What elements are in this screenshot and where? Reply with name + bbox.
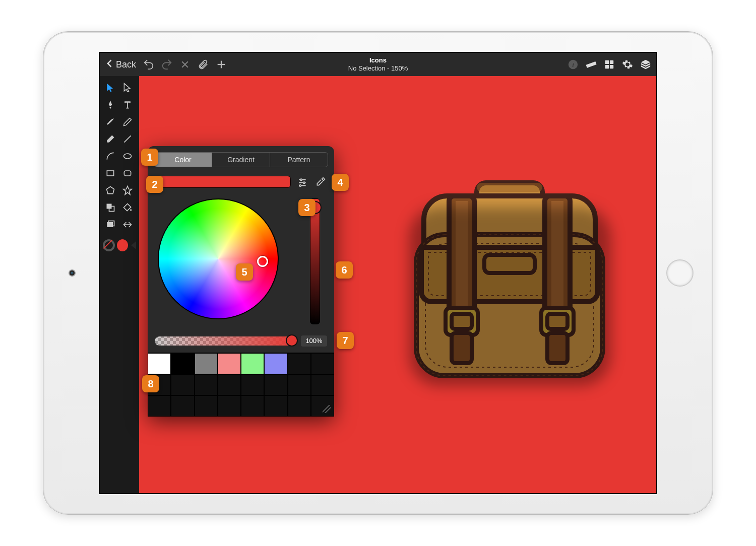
swatch[interactable] [195,353,218,374]
swatch-empty[interactable] [288,353,311,374]
swatch[interactable] [241,353,264,374]
boolean-tool[interactable] [103,200,118,215]
undo-button[interactable] [143,59,154,70]
swatch-empty[interactable] [218,374,241,395]
swatch-empty[interactable] [264,374,287,395]
fill-mode-segmented: Color Gradient Pattern [154,152,328,167]
svg-point-44 [299,185,301,186]
svg-marker-33 [123,186,132,195]
callout-6: 6 [336,261,353,279]
swatch-empty[interactable] [288,395,311,417]
text-tool[interactable] [120,97,135,112]
brush-tool[interactable] [103,114,118,129]
swatch-empty[interactable] [288,374,311,395]
callout-1: 1 [141,149,158,166]
fill-indicator-icon [117,239,128,251]
app-topbar: Back Icons No Se [100,53,656,76]
swatch[interactable] [171,353,194,374]
resize-handle-icon[interactable] [311,395,334,417]
callout-7: 7 [337,332,354,349]
svg-rect-31 [124,171,131,176]
info-button[interactable]: i [568,59,579,70]
swatch-empty[interactable] [311,353,334,374]
grid-button[interactable] [604,59,615,70]
layers-button[interactable] [640,59,651,70]
artboard-tool[interactable] [103,217,118,232]
color-wheel-cursor[interactable] [257,256,268,267]
color-popover: Color Gradient Pattern [148,146,334,417]
tab-color[interactable]: Color [154,153,212,167]
swatch-empty[interactable] [264,395,287,417]
ellipse-tool[interactable] [120,149,135,164]
svg-line-28 [124,135,131,142]
swatch-empty[interactable] [241,374,264,395]
fill-stroke-indicator[interactable] [103,239,136,251]
swatch[interactable] [264,353,287,374]
knife-tool[interactable] [120,217,135,232]
swatches-grid [148,353,334,417]
callout-3: 3 [298,199,316,216]
arc-tool[interactable] [103,149,118,164]
svg-rect-12 [477,183,542,192]
settings-button[interactable] [622,59,633,70]
redo-button[interactable] [161,59,172,70]
opacity-slider[interactable] [155,336,296,346]
callout-4: 4 [332,174,349,191]
swatch-empty[interactable] [195,374,218,395]
brightness-slider[interactable] [310,198,320,324]
artwork-bag [401,172,618,388]
swatch-empty[interactable] [171,374,194,395]
svg-rect-10 [610,65,613,69]
selection-tool[interactable] [103,80,118,95]
sliders-button[interactable] [296,175,309,188]
back-button[interactable]: Back [105,58,136,71]
tab-gradient[interactable]: Gradient [212,153,270,167]
pen-tool[interactable] [103,97,118,112]
document-subtitle: No Selection - 150% [348,64,408,73]
color-wheel[interactable] [158,198,279,319]
polygon-tool[interactable] [103,183,118,198]
close-button[interactable] [179,59,191,70]
app-screen: Back Icons No Se [99,52,657,494]
ipad-camera [69,269,76,277]
stroke-indicator-icon [103,239,115,251]
swatch-empty[interactable] [195,395,218,417]
svg-rect-9 [605,65,609,69]
direct-selection-tool[interactable] [120,80,135,95]
tab-pattern[interactable]: Pattern [270,153,328,167]
eraser-tool[interactable] [103,131,118,147]
eyedropper-button[interactable] [314,175,327,188]
opacity-value[interactable]: 100% [301,335,327,347]
svg-point-40 [300,179,302,180]
svg-point-29 [124,154,132,159]
opacity-knob[interactable] [286,334,298,347]
ipad-frame: Back Icons No Se [43,31,713,515]
swatch[interactable] [218,353,241,374]
swatch-empty[interactable] [311,374,334,395]
swatch-empty[interactable] [218,395,241,417]
swatch-empty[interactable] [241,395,264,417]
callout-2: 2 [146,176,163,193]
callout-5: 5 [236,263,253,281]
back-label: Back [116,59,136,70]
add-button[interactable] [216,59,227,70]
swatch[interactable] [148,353,171,374]
current-color-preview[interactable] [155,176,291,188]
svg-text:i: i [572,61,574,69]
chevron-left-icon [105,58,115,71]
attachment-button[interactable] [198,59,209,70]
rectangle-tool[interactable] [103,166,118,181]
rounded-rect-tool[interactable] [120,166,135,181]
line-tool[interactable] [120,131,135,147]
star-tool[interactable] [120,183,135,198]
swatch-empty[interactable] [148,395,171,417]
ruler-button[interactable] [586,59,597,70]
swatch-empty[interactable] [171,395,194,417]
svg-rect-7 [605,60,609,64]
svg-marker-32 [107,187,114,194]
document-title-area: Icons No Selection - 150% [348,56,408,72]
pencil-tool[interactable] [120,114,135,129]
popover-arrow-icon [131,241,136,249]
ipad-home-button[interactable] [666,259,694,287]
bucket-tool[interactable] [120,200,135,215]
